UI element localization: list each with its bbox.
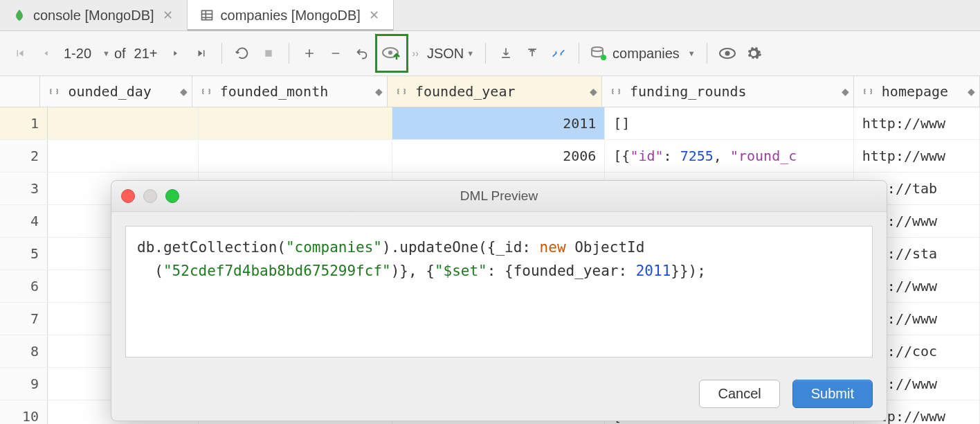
sort-icon[interactable]: ◆ <box>842 86 846 97</box>
page-range-label: 1-20 <box>60 46 96 62</box>
column-header-founded_year[interactable]: founded_year◆ <box>388 76 602 107</box>
export-button[interactable] <box>493 40 519 67</box>
last-page-button[interactable] <box>188 40 215 67</box>
row-number: 8 <box>0 335 48 367</box>
row-number: 5 <box>0 238 48 270</box>
compare-button[interactable] <box>545 40 572 67</box>
next-page-button[interactable] <box>162 40 188 67</box>
page-total-label: 21+ <box>130 46 162 62</box>
submit-button[interactable]: Submit <box>792 380 873 408</box>
delete-row-button[interactable] <box>323 40 349 67</box>
cell-founded-month[interactable] <box>199 140 392 172</box>
dml-code-preview[interactable]: db.getCollection("companies").updateOne(… <box>125 226 873 357</box>
row-number: 3 <box>0 173 48 204</box>
close-icon[interactable]: ✕ <box>161 9 174 21</box>
view-mode-picker[interactable]: JSON ▼ <box>423 46 478 62</box>
column-name-label: founded_month <box>220 83 329 100</box>
row-number: 6 <box>0 270 48 302</box>
row-number: 10 <box>0 400 48 424</box>
svg-point-9 <box>601 55 606 60</box>
row-number: 2 <box>0 140 48 172</box>
svg-rect-4 <box>265 50 271 56</box>
import-button[interactable] <box>519 40 545 67</box>
page-range-picker[interactable]: 1-20 ▼ <box>60 46 110 62</box>
sort-icon[interactable]: ◆ <box>375 86 380 97</box>
stop-button[interactable] <box>255 40 282 67</box>
row-number: 7 <box>0 303 48 335</box>
grid-toolbar: 1-20 ▼ of 21+ ›​› JSON ▼ companies ▼ <box>0 31 980 76</box>
column-header-homepage[interactable]: homepage◆ <box>854 76 980 107</box>
gear-button[interactable] <box>741 40 767 67</box>
close-icon[interactable]: ✕ <box>368 9 381 21</box>
cell-homepage[interactable]: http://www <box>854 140 980 172</box>
dialog-titlebar[interactable]: DML Preview <box>111 181 887 212</box>
dml-preview-dialog: DML Preview db.getCollection("companies"… <box>111 180 887 421</box>
svg-rect-5 <box>332 53 339 54</box>
tab-bar: console [MongoDB] ✕ companies [MongoDB] … <box>0 0 980 31</box>
dialog-body: db.getCollection("companies").updateOne(… <box>111 212 887 371</box>
svg-rect-0 <box>201 10 212 19</box>
tab-label: companies [MongoDB] <box>221 8 361 24</box>
first-page-button[interactable] <box>7 40 33 67</box>
tab-label: console [MongoDB] <box>33 8 154 24</box>
cell-funding-rounds[interactable]: [{"id": 7255, "round_c <box>605 140 853 172</box>
separator <box>289 43 289 64</box>
revert-button[interactable] <box>349 40 375 67</box>
sort-icon[interactable]: ◆ <box>590 86 595 97</box>
dialog-buttons: Cancel Submit <box>111 371 887 421</box>
sort-icon[interactable]: ◆ <box>968 86 972 97</box>
sort-icon[interactable]: ◆ <box>180 86 185 97</box>
view-mode-label: JSON <box>427 46 464 62</box>
chevron-down-icon: ▼ <box>464 49 474 58</box>
cell-founded-year[interactable]: 2006 <box>392 140 605 172</box>
tab-console[interactable]: console [MongoDB] ✕ <box>0 0 188 30</box>
cancel-button[interactable]: Cancel <box>699 380 779 408</box>
row-number: 4 <box>0 205 48 237</box>
column-header-funding_rounds[interactable]: funding_rounds◆ <box>602 76 854 107</box>
table-row[interactable]: 22006[{"id": 7255, "round_chttp://www <box>0 140 980 173</box>
svg-point-7 <box>388 51 392 55</box>
separator <box>485 43 486 64</box>
leaf-icon <box>12 8 26 22</box>
column-header-ounded_day[interactable]: ounded_day◆ <box>40 76 192 107</box>
column-name-label: homepage <box>882 83 948 100</box>
separator <box>221 43 222 64</box>
minimize-window-button[interactable] <box>143 189 157 203</box>
dataset-label: companies <box>612 46 680 62</box>
cell-homepage[interactable]: http://www <box>854 107 980 139</box>
database-icon <box>590 46 607 60</box>
dataset-picker[interactable]: companies ▼ <box>586 46 700 62</box>
more-icon[interactable]: ›​› <box>408 48 423 59</box>
prev-page-button[interactable] <box>33 40 60 67</box>
dialog-title: DML Preview <box>460 188 538 204</box>
column-header-founded_month[interactable]: founded_month◆ <box>192 76 388 107</box>
separator <box>707 43 707 64</box>
cell-founded-month[interactable] <box>199 107 392 139</box>
grid-header: ounded_day◆founded_month◆founded_year◆fu… <box>0 76 980 107</box>
add-row-button[interactable] <box>296 40 323 67</box>
svg-point-8 <box>592 47 603 51</box>
row-number: 9 <box>0 368 48 400</box>
close-window-button[interactable] <box>121 189 135 203</box>
reload-button[interactable] <box>229 40 255 67</box>
column-name-label: ounded_day <box>68 83 151 100</box>
column-name-label: funding_rounds <box>630 83 747 100</box>
cell-founded-year[interactable]: 2011 <box>392 107 605 139</box>
preview-pending-dml-button[interactable] <box>379 40 405 67</box>
column-name-label: founded_year <box>415 83 516 100</box>
cell-founded-day[interactable] <box>48 107 199 139</box>
preview-changes-button-highlighted <box>375 34 408 73</box>
chevron-down-icon: ▼ <box>685 49 696 58</box>
cell-funding-rounds[interactable]: [] <box>605 107 853 139</box>
chevron-down-icon: ▼ <box>100 49 110 58</box>
tab-companies[interactable]: companies [MongoDB] ✕ <box>188 0 394 30</box>
page-of-label: of <box>110 46 130 62</box>
table-icon <box>200 8 214 22</box>
maximize-window-button[interactable] <box>165 189 179 203</box>
separator <box>579 43 579 64</box>
cell-founded-day[interactable] <box>48 140 199 172</box>
table-row[interactable]: 12011[]http://www <box>0 107 980 140</box>
eye-button[interactable] <box>714 40 741 67</box>
traffic-lights <box>121 189 179 203</box>
row-number: 1 <box>0 107 48 139</box>
